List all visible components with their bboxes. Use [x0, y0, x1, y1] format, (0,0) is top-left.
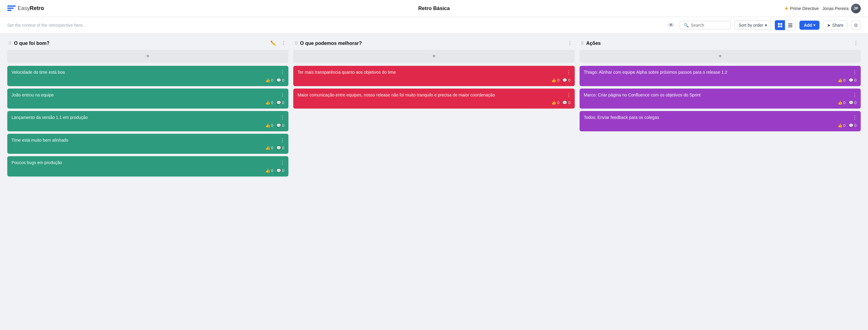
card-comments: 💬 0 [848, 78, 857, 83]
add-card-button[interactable]: + [293, 50, 575, 63]
column-menu-button[interactable]: ⋮ [566, 40, 574, 47]
comment-icon: 💬 [276, 146, 281, 150]
card-likes: 👍 0 [266, 168, 273, 173]
card: ⋮ Marco: Criar página no Confluence com … [580, 89, 861, 109]
drag-handle[interactable]: ⠿ [294, 41, 298, 46]
view-toggle [775, 20, 796, 30]
card-likes: 👍 0 [266, 100, 273, 105]
card-menu-button[interactable]: ⋮ [279, 114, 285, 121]
card-menu-button[interactable]: ⋮ [279, 69, 285, 76]
sort-label: Sort by order [739, 23, 763, 28]
settings-button[interactable]: ⚙ [851, 20, 861, 30]
logo[interactable]: EasyRetro [7, 5, 44, 11]
eye-icon: 👁 [669, 22, 674, 29]
card: ⋮ Ter mais transparência quanto aos obje… [293, 66, 575, 86]
card-comments: 💬 0 [276, 100, 284, 105]
card: ⋮ Time está muito bem alinhado 👍 0 💬 0 [7, 134, 288, 154]
card-text: João entrou na equipe [11, 92, 284, 98]
card: ⋮ Poucos bugs em produção 👍 0 💬 0 [7, 156, 288, 177]
card-text: Lançamento da versão 1.1 em produção [11, 115, 284, 121]
card-menu-button[interactable]: ⋮ [279, 92, 285, 98]
search-input[interactable] [690, 23, 727, 28]
comment-icon: 💬 [276, 123, 281, 128]
share-button[interactable]: ➤ Share [823, 21, 847, 30]
card-footer: 👍 0 💬 0 [11, 78, 284, 83]
grid-icon [778, 23, 782, 27]
card-text: Thiago: Alinhar com equipe Alpha sobre p… [584, 69, 857, 76]
card-comments: 💬 0 [848, 100, 857, 105]
comment-icon: 💬 [848, 100, 854, 105]
comment-icon: 💬 [276, 100, 281, 105]
thumbs-up-icon: 👍 [551, 78, 556, 83]
thumbs-up-icon: 👍 [266, 168, 270, 173]
column-col2: ⠿ O que podemos melhorar? ⋮ + ⋮ Ter mais… [293, 40, 575, 111]
card-menu-button[interactable]: ⋮ [851, 114, 858, 121]
card-footer: 👍 0 💬 0 [298, 100, 570, 105]
list-view-button[interactable] [785, 20, 796, 30]
comment-icon: 💬 [276, 168, 281, 173]
card-text: Maior comunicação entre equipes, nosso r… [298, 92, 570, 98]
board: ⠿ O que foi bom? ✏️ ⋮ + ⋮ Velocidade do … [0, 34, 868, 185]
card-comments: 💬 0 [276, 168, 284, 173]
avatar: JP [851, 4, 861, 13]
card-likes: 👍 0 [266, 78, 273, 83]
thumbs-up-icon: 👍 [266, 146, 270, 150]
card: ⋮ Thiago: Alinhar com equipe Alpha sobre… [580, 66, 861, 86]
gear-icon: ⚙ [854, 23, 858, 28]
card-footer: 👍 0 💬 0 [584, 100, 857, 105]
share-label: Share [832, 23, 843, 28]
page-title: Retro Básica [418, 5, 450, 11]
header-right: ★ Prime Directive Jonas Pereira JP [784, 4, 861, 13]
add-card-button[interactable]: + [7, 50, 288, 63]
user-info[interactable]: Jonas Pereira JP [823, 4, 861, 13]
card-comments: 💬 0 [276, 146, 284, 150]
add-card-button[interactable]: + [580, 50, 861, 63]
card-likes: 👍 0 [838, 100, 845, 105]
card-menu-button[interactable]: ⋮ [279, 159, 285, 166]
card-text: Todos: Enviar feedback para os colegas [584, 115, 857, 121]
thumbs-up-icon: 👍 [551, 100, 556, 105]
logo-icon [7, 5, 16, 11]
comment-icon: 💬 [848, 123, 854, 128]
prime-directive-button[interactable]: ★ Prime Directive [784, 5, 819, 11]
add-chevron-icon: ▾ [813, 23, 815, 27]
column-edit-button[interactable]: ✏️ [269, 40, 278, 47]
add-button[interactable]: Add ▾ [800, 21, 819, 30]
column-menu-button[interactable]: ⋮ [852, 40, 860, 47]
card-footer: 👍 0 💬 0 [298, 78, 570, 83]
column-header-col3: ⠿ Ações ⋮ [580, 40, 861, 47]
card-likes: 👍 0 [838, 78, 845, 83]
card-menu-button[interactable]: ⋮ [566, 69, 572, 76]
card-text: Marco: Criar página no Confluence com os… [584, 92, 857, 98]
column-title: O que foi bom? [14, 41, 267, 46]
sort-button[interactable]: Sort by order ▾ [735, 21, 771, 30]
card-menu-button[interactable]: ⋮ [851, 92, 858, 98]
thumbs-up-icon: 👍 [266, 78, 270, 83]
prime-directive-label: Prime Directive [790, 6, 819, 11]
card-footer: 👍 0 💬 0 [11, 146, 284, 150]
thumbs-up-icon: 👍 [266, 123, 270, 128]
card-text: Ter mais transparência quanto aos objeti… [298, 69, 570, 76]
card-comments: 💬 0 [848, 123, 857, 128]
comment-icon: 💬 [562, 78, 567, 83]
thumbs-up-icon: 👍 [266, 100, 270, 105]
column-col3: ⠿ Ações ⋮ + ⋮ Thiago: Alinhar com equipe… [580, 40, 861, 134]
column-title: O que podemos melhorar? [300, 41, 563, 46]
star-icon: ★ [784, 5, 788, 11]
visibility-button[interactable]: 👁 [666, 20, 676, 30]
comment-icon: 💬 [848, 78, 854, 83]
column-header-col1: ⠿ O que foi bom? ✏️ ⋮ [7, 40, 288, 47]
header: EasyRetro Retro Básica ★ Prime Directive… [0, 0, 868, 17]
add-label: Add [804, 23, 812, 28]
card-text: Velocidade do time está boa [11, 69, 284, 76]
thumbs-up-icon: 👍 [838, 78, 842, 83]
drag-handle[interactable]: ⠿ [8, 41, 11, 46]
card-menu-button[interactable]: ⋮ [851, 69, 858, 76]
card-menu-button[interactable]: ⋮ [279, 137, 285, 144]
drag-handle[interactable]: ⠿ [581, 41, 584, 46]
thumbs-up-icon: 👍 [838, 100, 842, 105]
column-menu-button[interactable]: ⋮ [280, 40, 287, 47]
grid-view-button[interactable] [775, 20, 785, 30]
card-footer: 👍 0 💬 0 [584, 78, 857, 83]
card-menu-button[interactable]: ⋮ [566, 92, 572, 98]
